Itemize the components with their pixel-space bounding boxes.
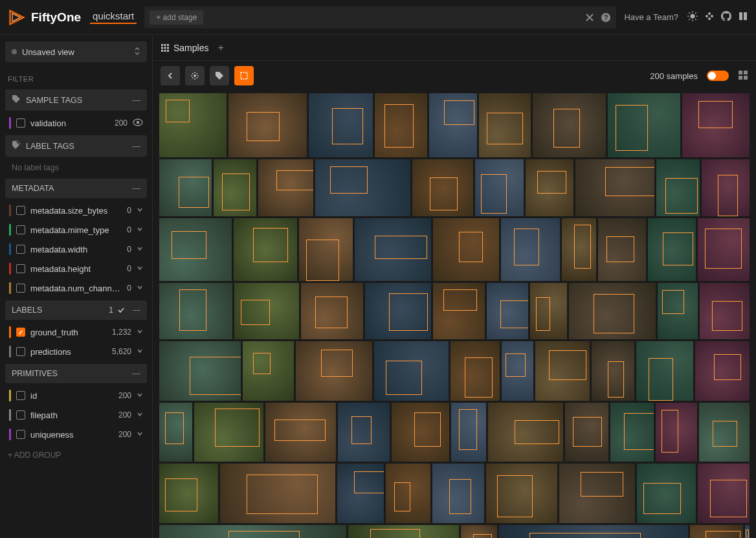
sample-thumbnail[interactable] [375, 93, 427, 157]
chevron-down-icon[interactable] [137, 431, 143, 438]
sample-thumbnail[interactable] [228, 93, 307, 157]
sample-thumbnail[interactable] [159, 159, 212, 216]
sample-thumbnail[interactable] [194, 403, 263, 462]
field-row[interactable]: filepath200 [5, 405, 147, 425]
sample-thumbnail[interactable] [429, 93, 477, 157]
sample-grid[interactable] [153, 91, 756, 538]
sample-thumbnail[interactable] [234, 283, 298, 339]
sample-thumbnail[interactable] [461, 525, 497, 538]
sample-thumbnail[interactable] [159, 525, 346, 538]
sample-thumbnail[interactable] [348, 525, 459, 538]
checkbox[interactable] [16, 284, 25, 293]
help-icon[interactable]: ? [601, 12, 611, 23]
sample-thumbnail[interactable] [562, 218, 596, 281]
stage-bar[interactable]: + add stage ? [144, 6, 616, 28]
field-row[interactable]: metadata.mime_type0 [5, 220, 147, 240]
checkbox[interactable] [16, 206, 25, 215]
sample-thumbnail[interactable] [450, 341, 500, 401]
sample-thumbnail[interactable] [535, 341, 590, 401]
sample-thumbnail[interactable] [499, 525, 688, 538]
sample-thumbnail[interactable] [526, 159, 573, 216]
sample-thumbnail[interactable] [637, 464, 696, 523]
chevron-down-icon[interactable] [137, 392, 143, 399]
sample-thumbnail[interactable] [592, 341, 635, 401]
sample-thumbnail[interactable] [598, 218, 646, 281]
sample-thumbnail[interactable] [159, 218, 232, 281]
chevron-down-icon[interactable] [137, 245, 143, 253]
checkbox[interactable] [16, 264, 25, 273]
label-tags-header[interactable]: LABEL TAGS — [5, 135, 147, 157]
sample-thumbnail[interactable] [159, 403, 192, 462]
collapse-icon[interactable]: — [133, 96, 141, 105]
docs-icon[interactable] [738, 11, 748, 23]
checkbox[interactable] [16, 225, 25, 234]
sample-thumbnail[interactable] [700, 283, 750, 339]
sample-thumbnail[interactable] [502, 341, 533, 401]
sample-thumbnail[interactable] [265, 403, 337, 462]
field-row[interactable]: uniqueness200 [5, 425, 147, 444]
collapse-icon[interactable]: — [133, 306, 140, 315]
sample-thumbnail[interactable] [702, 159, 750, 216]
patches-button[interactable] [234, 66, 254, 85]
checkbox[interactable] [16, 410, 25, 420]
sample-thumbnail[interactable] [159, 464, 218, 523]
sample-thumbnail[interactable] [479, 93, 531, 157]
sample-thumbnail[interactable] [214, 159, 256, 216]
sample-thumbnail[interactable] [159, 341, 241, 401]
sample-thumbnail[interactable] [569, 283, 656, 339]
sample-thumbnail[interactable] [374, 341, 449, 401]
back-button[interactable] [161, 66, 180, 85]
checkbox[interactable] [16, 347, 25, 356]
sample-thumbnail[interactable] [682, 93, 750, 157]
sample-thumbnail[interactable] [243, 341, 294, 401]
settings-button[interactable] [185, 66, 205, 85]
sample-thumbnail[interactable] [745, 525, 750, 538]
sample-thumbnail[interactable] [565, 403, 608, 462]
sample-thumbnail[interactable] [299, 218, 353, 281]
theme-icon[interactable] [687, 11, 698, 23]
sample-thumbnail[interactable] [608, 93, 680, 157]
checkbox[interactable] [16, 328, 25, 337]
sample-thumbnail[interactable] [258, 159, 313, 216]
sample-thumbnail[interactable] [309, 93, 372, 157]
tag-button[interactable] [210, 66, 229, 85]
field-row[interactable]: ground_truth1,232 [5, 322, 147, 342]
sample-thumbnail[interactable] [488, 403, 563, 462]
sample-thumbnail[interactable] [159, 283, 232, 339]
sample-thumbnail[interactable] [355, 218, 431, 281]
sample-thumbnail[interactable] [656, 159, 700, 216]
add-stage-button[interactable]: + add stage [150, 10, 203, 25]
checkbox[interactable] [16, 391, 25, 400]
chevron-down-icon[interactable] [137, 328, 143, 336]
sample-thumbnail[interactable] [698, 218, 750, 281]
sample-thumbnail[interactable] [338, 403, 390, 462]
checkbox[interactable] [16, 118, 25, 128]
view-selector[interactable]: Unsaved view [5, 41, 147, 62]
sample-tags-header[interactable]: SAMPLE TAGS — [5, 89, 147, 111]
visibility-icon[interactable] [133, 118, 143, 128]
sample-thumbnail[interactable] [475, 159, 523, 216]
checkbox[interactable] [16, 245, 25, 254]
chevron-down-icon[interactable] [137, 265, 143, 273]
sample-thumbnail[interactable] [451, 403, 486, 462]
sample-thumbnail[interactable] [610, 403, 654, 462]
grid-toggle[interactable] [707, 71, 729, 81]
sample-thumbnail[interactable] [695, 341, 750, 401]
sample-thumbnail[interactable] [296, 341, 372, 401]
checkbox[interactable] [16, 430, 25, 439]
primitives-header[interactable]: PRIMITIVES — [5, 364, 147, 383]
sample-thumbnail[interactable] [533, 93, 606, 157]
sample-thumbnail[interactable] [699, 403, 750, 462]
dataset-tab[interactable]: quickstart [90, 10, 137, 24]
sample-thumbnail[interactable] [220, 464, 335, 523]
sample-thumbnail[interactable] [656, 403, 698, 462]
sample-thumbnail[interactable] [559, 464, 635, 523]
sample-thumbnail[interactable] [433, 283, 485, 339]
sample-thumbnail[interactable] [412, 159, 474, 216]
field-row[interactable]: metadata.size_bytes0 [5, 201, 147, 220]
sample-thumbnail[interactable] [487, 283, 528, 339]
sample-thumbnail[interactable] [432, 464, 484, 523]
sample-thumbnail[interactable] [234, 218, 297, 281]
sample-thumbnail[interactable] [530, 283, 567, 339]
sample-thumbnail[interactable] [386, 464, 431, 523]
